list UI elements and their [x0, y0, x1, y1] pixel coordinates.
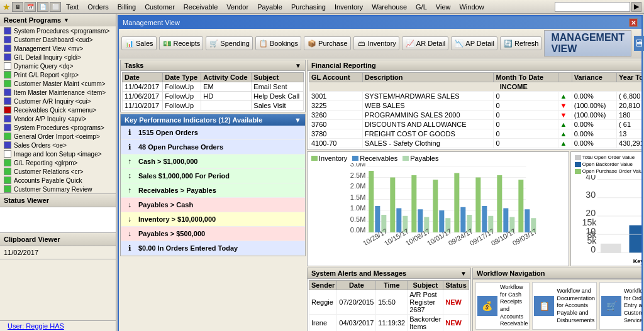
- table-row[interactable]: 11/06/2017FollowUpHDHelp Desk Call: [123, 92, 304, 101]
- sidebar-item-label: Vendor A/P Inquiry <apvi>: [14, 116, 86, 122]
- search-input[interactable]: [555, 2, 630, 12]
- menu-purchasing[interactable]: Purchasing: [287, 2, 330, 12]
- fin-col-mtd: Month To Date: [494, 73, 558, 82]
- sidebar-item-0[interactable]: System Procedures <programsm>: [0, 26, 116, 35]
- sidebar-item-15[interactable]: G/L Reporting <glrpm>: [0, 158, 116, 167]
- recent-programs-title: Recent Programs: [4, 16, 61, 24]
- status-viewer-section: Status Viewer: [0, 194, 116, 233]
- sidebar-item-label: System Procedures <programs>: [14, 124, 104, 131]
- calendar-icon[interactable]: 📅: [25, 2, 36, 12]
- tasks-table: Date Date Type Activity Code Subject 11/…: [122, 72, 304, 111]
- key-data-chart-panel: Total Open Order Value Open Backorder Va…: [570, 151, 641, 266]
- user-link[interactable]: User: Reggie HAS: [4, 321, 68, 331]
- legend-backorder-color: [575, 162, 581, 167]
- kpi-item-icon: ↓: [125, 200, 135, 210]
- sidebar-item-11[interactable]: System Procedures <programs>: [0, 123, 116, 132]
- workflow-item-1[interactable]: 📋Workflow and Documentation for Accounts…: [532, 282, 597, 330]
- sidebar-item-label: Customer Summary Review: [14, 186, 92, 193]
- menu-orders[interactable]: Orders: [84, 2, 113, 12]
- sidebar-item-14[interactable]: Image and Icon Setup <image>: [0, 149, 116, 158]
- sidebar-item-8[interactable]: Customer A/R Inquiry <cui>: [0, 97, 116, 106]
- sidebar-item-16[interactable]: Customer Relations <cr>: [0, 167, 116, 176]
- menu-window[interactable]: Window: [455, 2, 487, 12]
- menu-warehouse[interactable]: Warehouse: [368, 2, 411, 12]
- ar-detail-icon: 📈: [405, 38, 415, 48]
- table-row[interactable]: 11/10/2017FollowUpSales Visit: [123, 101, 304, 111]
- menu-receivable[interactable]: Receivable: [180, 2, 221, 12]
- mgmt-view-label: MANAGEMENT VIEW: [544, 30, 631, 57]
- svg-rect-15: [375, 206, 380, 232]
- alerts-collapse-icon[interactable]: ▼: [460, 270, 467, 277]
- tb-sales-button[interactable]: 📊 Sales: [121, 36, 157, 50]
- workflow-item-2[interactable]: 🛒Workflow for Order Entry and Customer S…: [599, 282, 641, 330]
- bottom-right-row: System Alerts and Messages ▼ Sender Date: [307, 268, 641, 331]
- menu-customer[interactable]: Customer: [141, 2, 179, 12]
- tasks-collapse-icon[interactable]: ▼: [295, 62, 301, 69]
- table-row: 3225WEB SALES0▼(100.00%)20,810(85.89%): [309, 101, 642, 111]
- tb-refresh-button[interactable]: 🔄 Refresh: [500, 36, 542, 50]
- tb-bookings-button[interactable]: 📋 Bookings: [255, 36, 301, 50]
- sidebar-item-7[interactable]: Item Master Maintenance <item>: [0, 88, 116, 97]
- tb-spending-button[interactable]: 🛒 Spending: [206, 36, 253, 50]
- legend-total-order-color: [575, 155, 581, 160]
- sidebar-item-13[interactable]: Sales Orders <oe>: [0, 141, 116, 149]
- new-icon[interactable]: 🖥: [12, 2, 23, 12]
- tb-receipts-button[interactable]: 💵 Receipts: [159, 36, 204, 50]
- tb-ar-detail-button[interactable]: 📈 AR Detail: [402, 36, 448, 50]
- kpi-item-text: 48 Open Purchase Orders: [138, 143, 223, 151]
- sidebar-item-label: G/L Reporting <glrpm>: [14, 160, 77, 166]
- sidebar-item-10[interactable]: Vendor A/P Inquiry <apvi>: [0, 114, 116, 123]
- workflow-item-icon: 📋: [534, 296, 554, 316]
- sidebar-item-17[interactable]: Accounts Payable Quick: [0, 176, 116, 185]
- sidebar-item-9[interactable]: Receivables Quick <armenu>: [0, 106, 116, 114]
- sidebar-dot-icon: [4, 150, 11, 158]
- menu-gl[interactable]: G/L: [412, 2, 431, 12]
- sidebar-item-5[interactable]: Print G/L Report <glrp>: [0, 70, 116, 79]
- menu-inventory[interactable]: Inventory: [331, 2, 367, 12]
- menu-payable[interactable]: Payable: [253, 2, 286, 12]
- tb-ap-detail-button[interactable]: 📉 AP Detail: [451, 36, 497, 50]
- table-row[interactable]: Irene04/03/201711:19:32Backorder ItemsNE…: [309, 315, 469, 332]
- legend-inventory: Inventory: [311, 155, 347, 162]
- inventory-icon: 🗃: [357, 38, 367, 48]
- menu-vendor[interactable]: Vendor: [223, 2, 252, 12]
- workflow-item-0[interactable]: 💰Workflow for Cash Receipts and Accounts…: [475, 282, 530, 330]
- tasks-col-subject: Subject: [252, 73, 304, 82]
- legend-receivables: Receivables: [352, 155, 397, 162]
- window-icon[interactable]: ⬜: [50, 2, 61, 12]
- sidebar-item-12[interactable]: General Order Import <oeimp>: [0, 132, 116, 141]
- fin-col-desc: Description: [362, 73, 493, 82]
- menu-billing[interactable]: Billing: [114, 2, 140, 12]
- table-row[interactable]: 11/04/2017FollowUpEMEmail Sent: [123, 82, 304, 92]
- status-viewer-header[interactable]: Status Viewer: [0, 194, 116, 207]
- management-view-window: Management View ✕ 📊 Sales 💵 Receipts 🛒 S…: [118, 15, 643, 331]
- kpi-item-text: Payables > Cash: [138, 201, 193, 209]
- sidebar-item-4[interactable]: Dynamic Query <dq>: [0, 62, 116, 70]
- tb-purchase-button[interactable]: 📦 Purchase: [304, 36, 350, 50]
- star-icon[interactable]: ★: [3, 2, 11, 12]
- recent-programs-header[interactable]: Recent Programs ▼: [0, 14, 116, 26]
- sidebar-item-3[interactable]: G/L Detail Inquiry <gldi>: [0, 53, 116, 62]
- tb-inventory-button[interactable]: 🗃 Inventory: [353, 36, 399, 50]
- sidebar-item-2[interactable]: Management View <mv>: [0, 44, 116, 53]
- sidebar-dot-icon: [4, 62, 11, 70]
- clipboard-viewer-header[interactable]: Clipboard Viewer: [0, 233, 116, 246]
- sidebar-item-6[interactable]: Customer Master Maint <cumm>: [0, 79, 116, 88]
- svg-text:3.0M: 3.0M: [350, 163, 365, 168]
- collapse-arrow-icon: ▼: [64, 17, 69, 23]
- sidebar-dot-icon: [4, 185, 11, 193]
- content-area: Management View ✕ 📊 Sales 💵 Receipts 🛒 S…: [116, 14, 644, 331]
- sidebar-item-1[interactable]: Customer Dashboard <cud>: [0, 35, 116, 44]
- doc-icon[interactable]: 📄: [37, 2, 48, 12]
- sidebar-item-18[interactable]: Customer Summary Review: [0, 185, 116, 193]
- menu-text[interactable]: Text: [62, 2, 82, 12]
- key-data-label: Key Data: [572, 258, 641, 264]
- svg-text:2.0M: 2.0M: [350, 182, 365, 190]
- kpi-collapse-icon[interactable]: ▼: [294, 116, 301, 124]
- alerts-col-status: Status: [443, 281, 469, 290]
- workflow-item-text: Workflow for Cash Receipts and Accounts …: [500, 284, 528, 328]
- menu-view[interactable]: View: [432, 2, 455, 12]
- table-row[interactable]: Reggie07/20/201515:50A/R Post Register 2…: [309, 290, 469, 315]
- search-go-button[interactable]: ▶: [631, 2, 641, 12]
- mgmt-close-button[interactable]: ✕: [629, 18, 638, 27]
